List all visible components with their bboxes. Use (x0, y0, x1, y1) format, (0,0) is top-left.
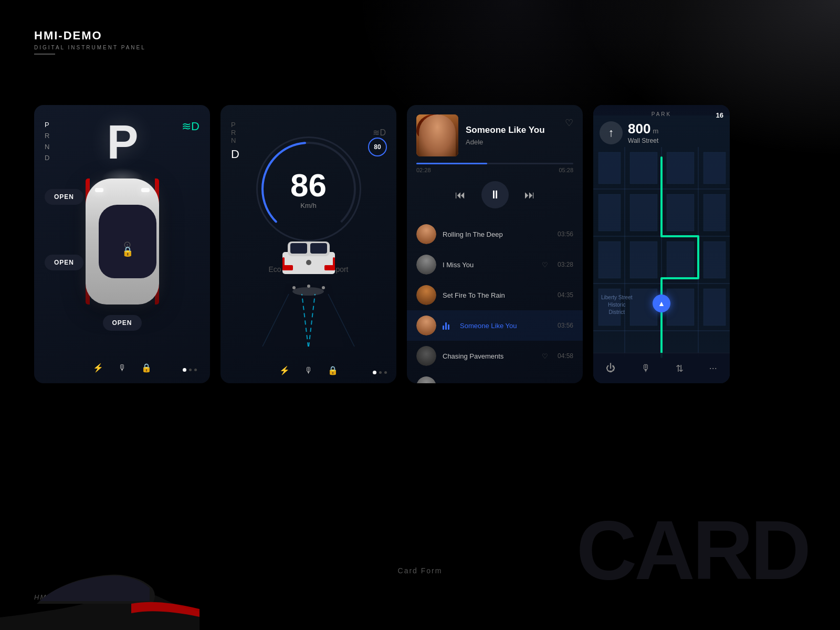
lightning-icon[interactable]: ⚡ (93, 363, 103, 373)
svg-point-8 (292, 286, 296, 289)
svg-rect-31 (630, 194, 657, 231)
lightning-icon-2[interactable]: ⚡ (279, 365, 290, 375)
music-controls: ⏮ ⏸ ⏭ (407, 173, 583, 216)
lock-icon-2[interactable]: 🔒 (328, 365, 338, 375)
nav-distance-unit: m (653, 127, 658, 135)
car-rear-svg (280, 236, 338, 278)
track-avatar-1 (416, 224, 436, 244)
gear-n[interactable]: N (45, 143, 49, 151)
car-position-marker: ▲ (653, 295, 670, 312)
current-song: Someone Like You (466, 125, 558, 135)
dots-indicator-2 (373, 371, 387, 374)
track-avatar-inner-3 (416, 285, 436, 305)
nav-dist-info: 800 m Wall Street (628, 121, 658, 144)
logo: HMI-DEMO DIGITAL INSTRUMENT PANEL (34, 29, 146, 55)
track-item-6[interactable]: When We Were Young 03:28 (407, 371, 583, 383)
play-pause-button[interactable]: ⏸ (481, 181, 509, 208)
track-dur-6: 03:28 (558, 383, 573, 383)
track-avatar-inner-5 (416, 346, 436, 366)
track-dur-2: 03:28 (558, 261, 573, 268)
headlight-left (95, 188, 103, 192)
lock-icon[interactable]: 🔒 (141, 363, 152, 373)
mic-icon[interactable]: 🎙 (118, 363, 127, 373)
logo-divider (34, 54, 55, 55)
svg-rect-14 (310, 243, 327, 254)
card-music: Someone Like You Adele ♡ 02:28 05:28 ⏮ ⏸… (407, 105, 583, 383)
heart-icon[interactable]: ♡ (565, 117, 573, 129)
open-button-top[interactable]: OPEN (45, 189, 83, 205)
nav-route-button[interactable]: ⇅ (676, 363, 684, 374)
nav-loc-3: District (601, 309, 632, 316)
track-name-2: I Miss You (443, 261, 536, 269)
track-heart-5[interactable]: ♡ (542, 352, 548, 360)
nav-direction-info: ↑ 800 m Wall Street (600, 121, 709, 144)
track-item-1[interactable]: Rolling In The Deep 03:56 (407, 219, 583, 249)
svg-rect-29 (598, 242, 621, 278)
nav-mic-button[interactable]: 🎙 (641, 363, 650, 374)
nav-more-button[interactable]: ··· (709, 363, 717, 374)
eq-bar-2 (445, 322, 447, 330)
open-button-bot[interactable]: OPEN (102, 315, 141, 331)
track-heart-2[interactable]: ♡ (542, 261, 548, 269)
speed-display-nav: 16 (716, 111, 723, 119)
album-art (416, 114, 458, 156)
track-avatar-inner-1 (416, 224, 436, 244)
gear-p-2[interactable]: P (231, 121, 239, 129)
car-top-view: ⊙ 🔒 (80, 168, 164, 315)
svg-rect-41 (704, 242, 726, 278)
nav-header: PARK 16 (593, 105, 730, 116)
track-avatar-3 (416, 285, 436, 305)
music-list: Rolling In The Deep 03:56 I Miss You ♡ 0… (407, 216, 583, 383)
gear-d-2[interactable]: D (231, 148, 239, 161)
card-form-label: Card Form (398, 566, 443, 575)
svg-rect-17 (282, 257, 285, 270)
mic-icon-2[interactable]: 🎙 (304, 366, 313, 375)
svg-rect-28 (598, 194, 621, 231)
lock-icon: 🔒 (122, 246, 133, 257)
next-button[interactable]: ⏭ (524, 189, 535, 201)
prev-button[interactable]: ⏮ (455, 189, 466, 201)
map-grid-svg (593, 105, 730, 383)
track-item-5[interactable]: Chasing Pavements ♡ 04:58 (407, 341, 583, 371)
track-item-2[interactable]: I Miss You ♡ 03:28 (407, 249, 583, 280)
gear-selector-2: P R N D (231, 121, 239, 161)
card-speed: P R N D 80 ≋D 86 Km/h NOA Eco (220, 105, 396, 383)
headlight-icon[interactable]: ≋D (182, 120, 200, 133)
car-silhouette (0, 536, 200, 630)
road-view (220, 231, 396, 346)
track-item-3[interactable]: Set Fire To The Rain 04:35 (407, 280, 583, 310)
cards-container: P R N D P ≋D ⊙ 🔒 OPEN OPEN OPEN ⚡ (34, 105, 730, 383)
album-art-inner (416, 114, 458, 156)
open-button-mid[interactable]: OPEN (45, 255, 83, 270)
card-bg-text: CARD (576, 502, 808, 598)
gear-d[interactable]: D (45, 154, 49, 162)
track-avatar-inner-2 (416, 255, 436, 275)
track-avatar-inner-6 (416, 376, 436, 383)
car-sil-svg (0, 536, 200, 630)
nav-power-button[interactable]: ⏻ (606, 363, 615, 374)
gear-p[interactable]: P (45, 121, 49, 129)
track-avatar-5 (416, 346, 436, 366)
park-label: PARK (652, 111, 672, 117)
gear-r[interactable]: R (45, 132, 49, 140)
track-dur-3: 04:35 (558, 291, 573, 299)
nav-bottom-bar: ⏻ 🎙 ⇅ ··· (593, 353, 730, 383)
dot-3 (194, 369, 197, 371)
track-name-6: When We Were Young (443, 383, 551, 384)
dot-2 (189, 369, 192, 371)
track-item-4[interactable]: Someone Like You 03:56 (407, 310, 583, 341)
card-park: P R N D P ≋D ⊙ 🔒 OPEN OPEN OPEN ⚡ (34, 105, 210, 383)
headlight-mode: ≋D (373, 128, 386, 138)
svg-rect-34 (667, 194, 694, 231)
speed-limit-badge: 80 (368, 138, 387, 156)
gear-n-2[interactable]: N (231, 136, 239, 144)
app-subtitle: DIGITAL INSTRUMENT PANEL (34, 45, 146, 50)
gear-r-2[interactable]: R (231, 129, 239, 136)
track-name-3: Set Fire To The Rain (443, 291, 551, 299)
progress-bar-fill (416, 163, 487, 164)
nav-direction-arrow: ↑ (600, 121, 623, 144)
track-name-5: Chasing Pavements (443, 352, 536, 360)
track-avatar-4 (416, 316, 436, 335)
svg-rect-32 (630, 242, 657, 278)
gear-selector-1: P R N D (45, 121, 49, 162)
